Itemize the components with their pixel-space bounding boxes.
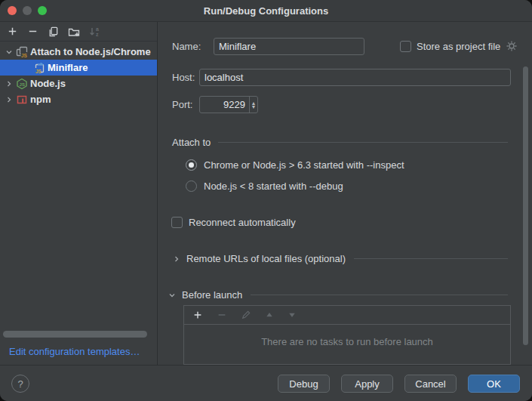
run-debug-configurations-dialog: Run/Debug Configurations az [0,0,532,401]
chevron-right-icon[interactable] [4,95,14,104]
configurations-sidebar: az JS Attach to Node.js/Chrome JS Minifl… [0,22,158,365]
attach-option-debug[interactable]: Node.js < 8 started with --debug [186,180,343,192]
close-window-button[interactable] [8,6,17,15]
svg-text:z: z [96,32,99,37]
nodejs-icon: JS [16,78,28,90]
store-as-project-file-label: Store as project file [417,41,500,52]
help-label: ? [17,378,23,390]
name-label: Name: [172,41,201,52]
sidebar-toolbar: az [0,22,157,42]
apply-button[interactable]: Apply [341,375,393,393]
separator-line [251,295,508,295]
svg-text:JS: JS [20,82,25,86]
chevron-right-icon[interactable] [4,79,14,88]
separator-line [218,142,508,143]
footer-buttons: Debug Apply Cancel OK [278,375,520,393]
ok-button[interactable]: OK [468,375,520,393]
separator-line [354,258,508,259]
attach-config-type-icon: JS [16,46,28,58]
store-as-project-file-group: Store as project file [400,40,518,52]
svg-text:JS: JS [35,68,42,73]
add-task-icon[interactable] [192,310,203,320]
radio-selected[interactable] [186,159,197,171]
store-as-project-file-checkbox[interactable] [400,41,411,52]
miniflare-config-icon: JS [33,62,45,74]
tree-item-nodejs[interactable]: JS Node.js [0,76,157,91]
attach-to-title: Attach to [172,137,211,148]
attach-option-inspect[interactable]: Chrome or Node.js > 6.3 started with --i… [186,159,404,171]
new-folder-button[interactable] [67,25,80,38]
reconnect-checkbox[interactable] [171,217,183,228]
main-vertical-scrollbar[interactable] [523,66,528,345]
before-launch-label: Before launch [182,289,242,301]
remove-configuration-button[interactable] [26,25,39,38]
plus-icon [7,26,18,37]
move-up-icon[interactable] [265,310,274,319]
reconnect-group: Reconnect automatically [171,217,296,228]
tree-item-attach-group[interactable]: JS Attach to Node.js/Chrome [0,44,157,60]
copy-configuration-button[interactable] [47,25,60,38]
spinner-down-icon[interactable]: ▼ [251,105,257,109]
npm-icon [16,94,28,106]
zoom-window-button[interactable] [38,6,47,15]
svg-text:JS: JS [21,52,28,57]
tree-item-label: Node.js [30,78,66,89]
new-folder-icon [68,26,80,38]
tree-item-label: npm [30,94,51,105]
attach-option-label: Node.js < 8 started with --debug [204,180,343,192]
tree-item-label: Miniflare [48,62,88,73]
window-titlebar: Run/Debug Configurations [0,0,532,22]
before-launch-panel: There are no tasks to run before launch [183,305,511,365]
chevron-right-icon [172,254,181,264]
host-label: Host: [172,72,195,83]
reconnect-label: Reconnect automatically [189,217,296,228]
minus-icon [27,26,38,37]
add-configuration-button[interactable] [6,25,19,38]
tree-item-miniflare[interactable]: JS Miniflare [0,60,157,76]
move-down-icon[interactable] [288,310,297,319]
configuration-form: Name: Store as project file Host: Port: … [158,22,532,365]
remove-task-icon[interactable] [217,310,227,320]
host-input[interactable] [199,69,511,86]
tree-item-label: Attach to Node.js/Chrome [30,46,151,57]
dialog-footer: ? Debug Apply Cancel OK [0,365,532,401]
debug-button[interactable]: Debug [278,375,330,393]
window-title: Run/Debug Configurations [204,5,328,17]
help-button[interactable]: ? [11,375,29,393]
before-launch-toggle[interactable]: Before launch [168,289,508,301]
port-spinner: ▲ ▼ [249,97,257,113]
gear-icon[interactable] [506,40,518,52]
traffic-lights [8,6,47,15]
tree-item-npm[interactable]: npm [0,91,157,107]
sidebar-horizontal-scrollbar[interactable] [3,331,147,338]
port-stepper: ▲ ▼ [199,96,258,113]
remote-urls-label: Remote URLs of local files (optional) [186,253,346,264]
copy-icon [48,26,59,37]
edit-task-icon[interactable] [241,310,251,320]
edit-templates-link[interactable]: Edit configuration templates… [9,346,140,357]
minimize-window-button[interactable] [23,6,32,15]
sort-configurations-button[interactable]: az [88,25,100,38]
attach-option-label: Chrome or Node.js > 6.3 started with --i… [204,159,404,171]
radio-unselected[interactable] [186,180,197,192]
port-input[interactable] [200,97,249,113]
sort-az-icon: az [88,26,100,38]
svg-text:a: a [96,26,99,32]
before-launch-toolbar [184,306,510,325]
port-label: Port: [172,99,192,110]
chevron-down-icon [168,291,177,300]
remote-urls-toggle[interactable]: Remote URLs of local files (optional) [172,253,508,264]
configurations-tree: JS Attach to Node.js/Chrome JS Miniflare… [0,44,157,107]
cancel-button[interactable]: Cancel [404,375,457,393]
name-input[interactable] [214,38,364,55]
empty-tasks-text: There are no tasks to run before launch [184,336,510,347]
attach-to-group-header: Attach to [172,137,508,148]
chevron-down-icon[interactable] [4,48,14,57]
